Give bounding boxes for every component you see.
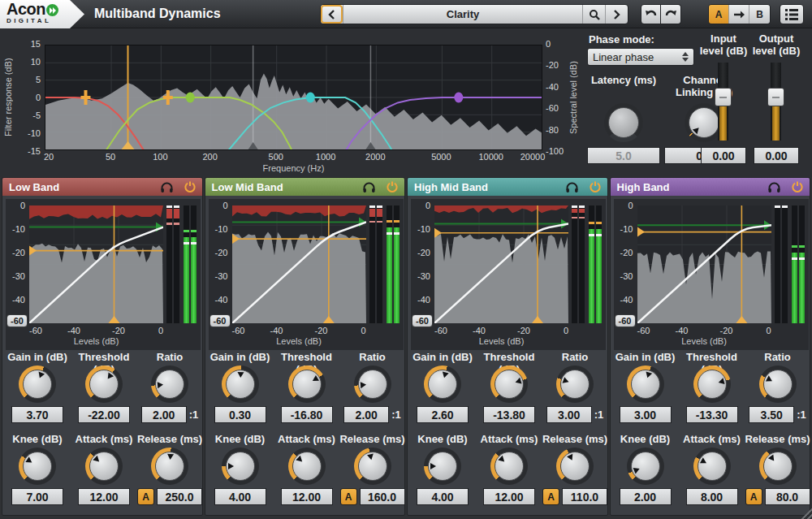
- gain-in-knob[interactable]: [627, 365, 664, 403]
- threshold-value[interactable]: -13.80: [483, 406, 535, 423]
- ratio-suffix: :1: [189, 409, 199, 421]
- release-value[interactable]: 250.0: [157, 488, 202, 505]
- play-logo-icon: [46, 4, 58, 16]
- band-transfer-graph-1[interactable]: 0-10-20-30-40-50 -60 -60-40-200 Levels (…: [209, 199, 404, 350]
- release-knob[interactable]: [759, 448, 797, 485]
- band-range-min-badge[interactable]: -60: [6, 314, 28, 327]
- gain-in-knob[interactable]: [222, 365, 259, 403]
- band-transfer-graph-2[interactable]: 0-10-20-30-40-50 -60 -60-40-200 Levels (…: [411, 199, 606, 350]
- knee-value[interactable]: 7.00: [11, 488, 63, 505]
- attack-knob[interactable]: [288, 448, 326, 485]
- ratio-value[interactable]: 3.00: [546, 406, 592, 423]
- solo-headphones-icon[interactable]: [768, 182, 780, 192]
- undo-button[interactable]: [641, 4, 661, 24]
- input-slider-handle[interactable]: [715, 88, 732, 106]
- release-auto-button[interactable]: A: [137, 488, 154, 505]
- threshold-knob[interactable]: [693, 365, 731, 403]
- knee-knob[interactable]: [19, 448, 56, 485]
- threshold-value[interactable]: -16.80: [281, 406, 333, 423]
- attack-value[interactable]: 8.00: [686, 488, 738, 505]
- attack-knob[interactable]: [693, 448, 731, 485]
- phase-mode-label: Phase mode:: [589, 33, 654, 45]
- solo-headphones-icon[interactable]: [566, 182, 578, 192]
- preset-bar: Clarity: [320, 4, 628, 24]
- release-auto-button[interactable]: A: [340, 488, 357, 505]
- knee-value[interactable]: 4.00: [417, 488, 469, 505]
- knee-knob[interactable]: [222, 448, 259, 485]
- knee-knob[interactable]: [627, 448, 664, 485]
- ratio-label: Ratio: [541, 351, 609, 363]
- attack-knob[interactable]: [490, 448, 528, 485]
- band-power-icon[interactable]: [184, 181, 196, 192]
- gain-in-value[interactable]: 2.60: [417, 406, 469, 423]
- solo-headphones-icon[interactable]: [161, 182, 173, 192]
- release-knob[interactable]: [151, 448, 188, 485]
- ratio-knob[interactable]: [151, 365, 188, 403]
- threshold-value[interactable]: -22.00: [78, 406, 130, 423]
- ratio-suffix: :1: [391, 409, 401, 421]
- gain-in-value[interactable]: 3.00: [620, 406, 672, 423]
- band-panel-2: High Mid Band 0-10-20-30-40-50 -60 -60-4…: [407, 177, 608, 516]
- output-level-slider[interactable]: [767, 63, 785, 141]
- threshold-knob[interactable]: [85, 365, 123, 403]
- band-range-min-badge[interactable]: -60: [615, 314, 636, 327]
- band-transfer-graph-3[interactable]: 0-10-20-30-40-50 -60 -60-40-200 Levels (…: [614, 199, 809, 350]
- band-power-icon[interactable]: [387, 181, 398, 192]
- band-transfer-graph-0[interactable]: 0-10-20-30-40-50 -60 -60-40-200 Levels (…: [6, 199, 201, 350]
- band-power-icon[interactable]: [792, 181, 803, 192]
- input-level-value[interactable]: 0.00: [701, 147, 746, 164]
- threshold-label: Threshold (dB): [679, 351, 745, 363]
- solo-headphones-icon[interactable]: [363, 182, 375, 192]
- preset-name-field[interactable]: Clarity: [343, 5, 583, 24]
- ratio-value[interactable]: 3.50: [749, 406, 794, 423]
- gain-in-knob[interactable]: [424, 365, 461, 403]
- attack-value[interactable]: 12.00: [78, 488, 130, 505]
- brand-name: Acon: [6, 2, 59, 17]
- redo-button[interactable]: [661, 4, 681, 24]
- ratio-knob[interactable]: [759, 365, 797, 403]
- release-value[interactable]: 80.0: [765, 488, 810, 505]
- threshold-knob[interactable]: [490, 365, 528, 403]
- band-title: High Band: [617, 181, 670, 193]
- band-range-min-badge[interactable]: -60: [209, 314, 231, 327]
- threshold-value[interactable]: -13.30: [686, 406, 738, 423]
- ratio-value[interactable]: 2.00: [141, 406, 187, 423]
- release-knob[interactable]: [354, 448, 391, 485]
- release-value[interactable]: 160.0: [360, 488, 405, 505]
- ratio-knob[interactable]: [354, 365, 391, 403]
- attack-value[interactable]: 12.00: [483, 488, 535, 505]
- gain-reduction-meters: [572, 205, 585, 323]
- latency-value: 5.0: [587, 147, 660, 164]
- knee-value[interactable]: 2.00: [620, 488, 672, 505]
- ratio-knob[interactable]: [556, 365, 594, 403]
- release-value[interactable]: 110.0: [562, 488, 607, 505]
- gain-in-knob[interactable]: [19, 365, 56, 403]
- gain-in-value[interactable]: 0.30: [214, 406, 266, 423]
- knee-knob[interactable]: [424, 448, 461, 485]
- release-auto-button[interactable]: A: [745, 488, 762, 505]
- band-power-icon[interactable]: [590, 181, 601, 192]
- ratio-value[interactable]: 2.00: [343, 406, 389, 423]
- phase-mode-select[interactable]: Linear phase: [587, 48, 694, 66]
- threshold-knob[interactable]: [288, 365, 326, 403]
- knee-value[interactable]: 4.00: [214, 488, 266, 505]
- preset-prev-button[interactable]: [321, 5, 343, 24]
- attack-knob[interactable]: [85, 448, 123, 485]
- preset-search-button[interactable]: [583, 5, 606, 24]
- ab-b-button[interactable]: B: [749, 5, 770, 24]
- spectrum-display[interactable]: [45, 45, 542, 150]
- ab-copy-button[interactable]: [729, 5, 749, 24]
- gain-in-label: Gain in (dB): [4, 351, 71, 363]
- attack-label: Attack (ms): [679, 433, 745, 445]
- output-slider-handle[interactable]: [767, 88, 784, 106]
- output-level-value[interactable]: 0.00: [754, 147, 799, 164]
- ab-a-button[interactable]: A: [709, 5, 729, 24]
- attack-value[interactable]: 12.00: [281, 488, 333, 505]
- preset-next-button[interactable]: [606, 5, 628, 24]
- input-level-slider[interactable]: [715, 63, 732, 141]
- release-knob[interactable]: [556, 448, 594, 485]
- release-auto-button[interactable]: A: [542, 488, 559, 505]
- gain-in-value[interactable]: 3.70: [11, 406, 63, 423]
- band-range-min-badge[interactable]: -60: [412, 314, 433, 327]
- preset-menu-button[interactable]: [780, 4, 804, 24]
